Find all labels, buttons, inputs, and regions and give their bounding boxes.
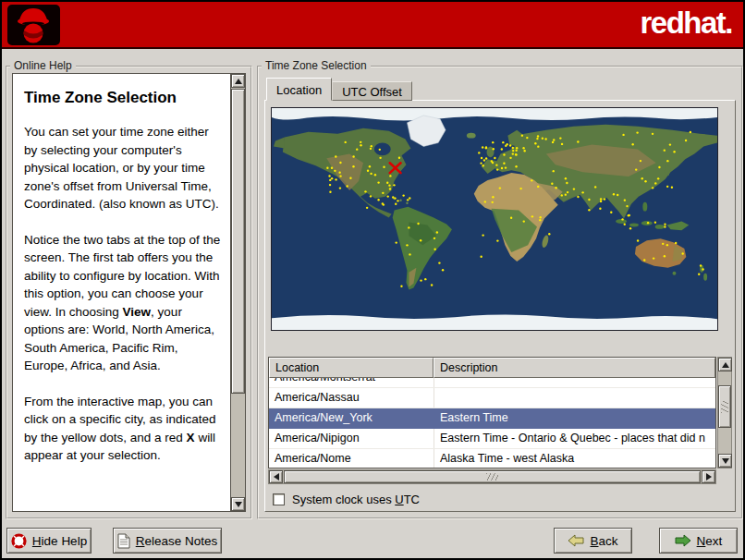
timezone-frame: Time Zone Selection Location UTC Offset (257, 66, 743, 519)
cell-description: Eastern Time (434, 408, 715, 428)
scrollbar-thumb[interactable] (718, 385, 731, 428)
header-banner: redhat. (2, 2, 743, 49)
scrollbar-thumb[interactable] (284, 470, 701, 483)
triangle-left-icon (274, 473, 279, 481)
table-row[interactable]: America/NomeAlaska Time - west Alaska (269, 449, 715, 468)
triangle-down-icon (235, 502, 242, 507)
tab-row: Location UTC Offset (266, 78, 412, 101)
online-help-frame: Online Help Time Zone Selection You can … (6, 66, 252, 519)
next-button[interactable]: Next (659, 528, 738, 554)
back-button[interactable]: Back (554, 528, 632, 554)
table-viewport: America/MontserratAmerica/NassauAmerica/… (269, 378, 715, 468)
brand-wordmark: redhat. (640, 6, 732, 41)
online-help-frame-label: Online Help (10, 59, 76, 72)
help-paragraph: Notice the two tabs at the top of the sc… (24, 231, 225, 375)
redhat-logo-icon (7, 5, 60, 45)
help-paragraph: You can set your time zone either by sel… (24, 123, 225, 213)
help-content-box: Time Zone Selection You can set your tim… (12, 73, 246, 512)
cell-description (434, 378, 715, 387)
cell-location: America/Nassau (269, 388, 434, 408)
installer-window: redhat. Online Help Time Zone Selection … (0, 0, 745, 560)
help-scrollbar[interactable] (230, 74, 245, 511)
scrollbar-thumb[interactable] (231, 89, 245, 394)
cell-description: Alaska Time - west Alaska (434, 449, 715, 468)
triangle-down-icon (722, 458, 729, 464)
table-vertical-scrollbar[interactable] (717, 357, 732, 469)
scroll-down-button[interactable] (718, 454, 732, 468)
release-notes-icon (117, 533, 130, 549)
back-arrow-icon (568, 534, 584, 547)
cell-description: Eastern Time - Ontario & Quebec - places… (434, 429, 715, 448)
utc-checkbox-label: System clock uses UTC (292, 493, 420, 506)
cell-location: America/New_York (269, 408, 434, 428)
grip-icon (486, 473, 498, 481)
help-text: Time Zone Selection You can set your tim… (13, 74, 230, 511)
hide-help-button[interactable]: Hide Help (6, 528, 92, 554)
table-row[interactable]: America/Montserrat (269, 378, 715, 388)
scroll-left-button[interactable] (269, 470, 283, 483)
world-map[interactable] (271, 107, 718, 331)
release-notes-button[interactable]: Release Notes (113, 528, 222, 554)
cell-location: America/Nipigon (269, 429, 434, 448)
tab-utc-offset[interactable]: UTC Offset (332, 81, 412, 101)
timezone-table: Location Description America/MontserratA… (268, 357, 716, 469)
triangle-right-icon (706, 473, 712, 481)
utc-checkbox-row: System clock uses UTC (273, 493, 420, 506)
notebook-page: Location Description America/MontserratA… (264, 100, 736, 512)
scroll-down-button[interactable] (231, 497, 245, 511)
table-horizontal-scrollbar[interactable] (268, 469, 716, 484)
scroll-up-button[interactable] (718, 358, 732, 371)
timezone-frame-label: Time Zone Selection (262, 59, 371, 72)
hide-help-label: Hide Help (32, 534, 87, 548)
release-notes-label: Release Notes (136, 534, 218, 548)
tab-location[interactable]: Location (266, 78, 332, 101)
table-row[interactable]: America/Nassau (269, 388, 715, 408)
column-header-description[interactable]: Description (434, 358, 715, 378)
table-row[interactable]: America/New_YorkEastern Time (269, 408, 715, 429)
scroll-right-button[interactable] (702, 470, 715, 483)
cell-location: America/Montserrat (269, 378, 434, 387)
help-icon (11, 533, 27, 549)
cell-description (434, 388, 715, 408)
table-row[interactable]: America/NipigonEastern Time - Ontario & … (269, 429, 715, 449)
next-label: Next (697, 534, 723, 548)
back-label: Back (590, 534, 617, 548)
utc-checkbox[interactable] (273, 493, 285, 505)
triangle-up-icon (722, 362, 729, 368)
grip-icon (721, 401, 728, 413)
column-header-location[interactable]: Location (269, 358, 434, 378)
triangle-up-icon (235, 79, 242, 84)
cell-location: America/Nome (269, 449, 434, 468)
next-arrow-icon (675, 534, 691, 547)
scroll-up-button[interactable] (231, 74, 245, 88)
help-paragraph: From the interactive map, you can click … (24, 393, 225, 465)
table-header-row: Location Description (269, 358, 715, 378)
help-title: Time Zone Selection (24, 89, 225, 107)
